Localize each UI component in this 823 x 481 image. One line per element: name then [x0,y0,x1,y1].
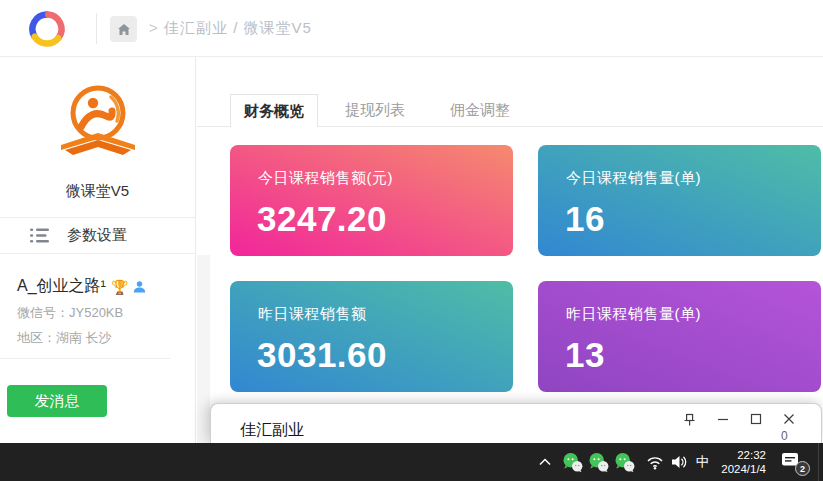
sidebar-item-settings[interactable]: 参数设置 [0,217,195,254]
region-label: 地区： [17,330,56,345]
user-name: A_创业之路¹ [17,276,106,297]
stat-label: 昨日课程销售量(单) [566,305,701,324]
hidden-icons-chevron-icon[interactable] [538,457,552,467]
notification-badge: 2 [795,461,810,476]
send-message-button[interactable]: 发消息 [7,385,107,417]
member-person-icon[interactable] [133,281,146,293]
stat-card-yesterday-sales-amount: 昨日课程销售额 3031.60 [230,281,513,392]
home-icon [117,23,131,36]
maximize-icon[interactable] [745,408,767,430]
region-value: 湖南 长沙 [56,330,112,345]
taskbar: 中 22:32 2024/1/4 2 [0,443,823,481]
pin-icon[interactable] [678,408,700,430]
stat-value: 13 [565,335,605,375]
breadcrumb[interactable]: 佳汇副业 / 微课堂V5 [164,19,312,38]
popup-window: 佳汇副业 0 [210,403,822,443]
wechat-icon[interactable] [588,452,609,473]
stat-value: 3031.60 [257,335,387,375]
tab-withdrawal-list[interactable]: 提现列表 [345,101,405,120]
trophy-icon: 🏆 [111,280,128,294]
stat-value: 3247.20 [257,199,387,239]
notification-center-icon[interactable]: 2 [780,451,806,473]
settings-list-icon [30,228,49,243]
tab-commission-adjust[interactable]: 佣金调整 [450,101,510,120]
tab-finance-overview[interactable]: 财务概览 [230,94,318,127]
stat-card-yesterday-sales-count: 昨日课程销售量(单) 13 [538,281,821,392]
sidebar-app-title: 微课堂V5 [0,182,195,201]
taskbar-time: 22:32 [721,448,766,462]
screen: > 佳汇副业 / 微课堂V5 微课堂V5 参数设置 A_创业之路¹ 🏆 [0,0,823,481]
user-wechat-id: 微信号：JY520KB [17,304,187,322]
wifi-icon[interactable] [646,454,664,470]
minimize-icon[interactable] [712,408,734,430]
user-region: 地区：湖南 长沙 [17,329,187,347]
sidebar: 微课堂V5 参数设置 A_创业之路¹ 🏆 微信号：JY520KB [0,57,196,443]
stat-label: 今日课程销售量(单) [566,169,701,188]
taskbar-date: 2024/1/4 [721,462,766,476]
ime-indicator[interactable]: 中 [696,453,710,471]
wechat-icon[interactable] [614,452,635,473]
header-divider [96,13,97,44]
sidebar-item-label: 参数设置 [67,226,127,245]
content-gutter [197,255,210,443]
wechat-id-label: 微信号： [17,305,69,320]
home-button[interactable] [110,16,137,42]
breadcrumb-chevron-icon: > [149,19,158,36]
popup-count-indicator: 0 [781,429,788,443]
course-app-logo-icon [53,83,143,159]
stat-label: 昨日课程销售额 [258,305,367,324]
popup-window-title: 佳汇副业 [240,420,304,441]
wechat-id-value: JY520KB [69,305,123,320]
sidebar-divider [0,358,170,359]
user-profile: A_创业之路¹ 🏆 微信号：JY520KB 地区：湖南 长沙 [17,276,187,347]
volume-icon[interactable] [671,454,688,470]
stat-value: 16 [565,199,605,239]
show-desktop-separator[interactable] [818,443,819,481]
stat-card-today-sales-count: 今日课程销售量(单) 16 [538,145,821,256]
app-logo-icon [24,6,70,52]
wechat-icon[interactable] [562,452,583,473]
stat-card-today-sales-amount: 今日课程销售额(元) 3247.20 [230,145,513,256]
close-icon[interactable] [778,408,800,430]
taskbar-clock[interactable]: 22:32 2024/1/4 [721,448,766,476]
stat-label: 今日课程销售额(元) [258,169,393,188]
app-header: > 佳汇副业 / 微课堂V5 [0,0,823,57]
